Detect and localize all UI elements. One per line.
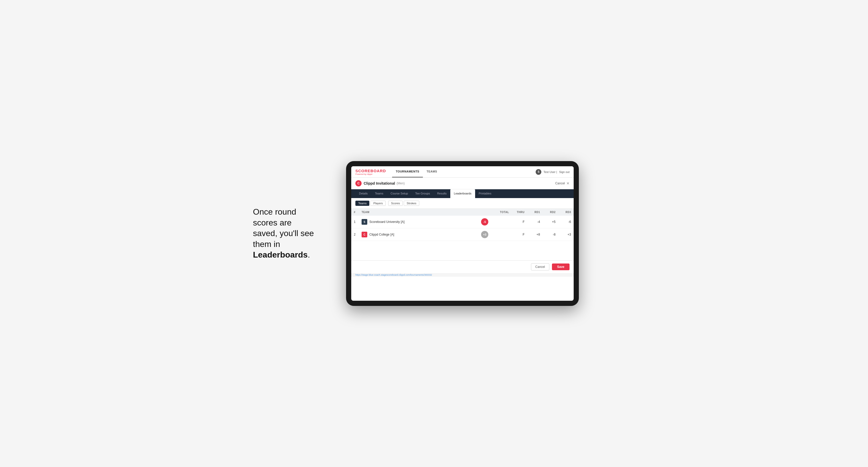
nav-tab-teams[interactable]: TEAMS [423, 166, 441, 177]
cell-team: S Scoreboard University [A] -5 [359, 216, 491, 228]
tablet-screen: SCOREBOARD Powered by clippd TOURNAMENTS… [351, 166, 574, 301]
filter-strokes-btn[interactable]: Strokes [404, 201, 419, 206]
cell-thru: F [512, 216, 527, 228]
cell-rd3: -6 [558, 216, 574, 228]
tournament-cancel[interactable]: Cancel ✕ [555, 181, 569, 185]
tab-tee-groups[interactable]: Tee Groups [411, 189, 433, 198]
cell-rd2: -8 [542, 228, 558, 241]
cell-rank: 2 [351, 228, 359, 241]
cell-rd3: +3 [558, 228, 574, 241]
cell-team: C Clippd College [A] +3 [359, 228, 491, 241]
user-avatar: S [536, 169, 541, 175]
logo: SCOREBOARD Powered by clippd [355, 168, 386, 175]
logo-text: SCOREBOARD [355, 168, 386, 173]
close-icon: ✕ [566, 181, 569, 185]
team-logo: C [362, 232, 367, 238]
cell-rd1: +8 [527, 228, 542, 241]
team-name: Clippd College [A] [369, 233, 394, 236]
tab-course-setup[interactable]: Course Setup [387, 189, 411, 198]
cell-total [491, 228, 512, 241]
filter-players-btn[interactable]: Players [370, 201, 385, 206]
tournament-header: C Clippd Invitational (Men) Cancel ✕ [351, 178, 574, 189]
save-button[interactable]: Save [552, 263, 569, 270]
tab-leaderboards[interactable]: Leaderboards [450, 189, 475, 198]
url-bar: https://stage-blue-coach.stagescoreboard… [351, 273, 574, 277]
left-description: Once round scores are saved, you'll see … [253, 207, 331, 260]
leaderboards-bold: Leaderboards [253, 250, 308, 259]
col-thru: THRU [512, 209, 527, 216]
app-footer: Cancel Save [351, 260, 574, 273]
main-nav: TOURNAMENTS TEAMS [392, 166, 441, 177]
col-team: TEAM [359, 209, 491, 216]
filter-teams-btn[interactable]: Teams [355, 201, 369, 206]
app-header: SCOREBOARD Powered by clippd TOURNAMENTS… [351, 166, 574, 178]
team-logo: S [362, 219, 367, 225]
tab-details[interactable]: Details [355, 189, 371, 198]
score-badge: +3 [481, 231, 488, 238]
table-row: 1 S Scoreboard University [A] -5 F -4 +5… [351, 216, 574, 228]
tournament-gender: (Men) [397, 182, 404, 185]
nav-tab-tournaments[interactable]: TOURNAMENTS [392, 166, 423, 177]
tab-teams[interactable]: Teams [371, 189, 387, 198]
cell-rd1: -4 [527, 216, 542, 228]
filter-scores-btn[interactable]: Scores [388, 201, 403, 206]
header-right: S Test User | Sign out [536, 169, 569, 175]
table-row: 2 C Clippd College [A] +3 F +8 -8 +3 [351, 228, 574, 241]
tournament-name: Clippd Invitational [364, 181, 395, 185]
tournament-icon: C [355, 180, 362, 186]
team-name: Scoreboard University [A] [369, 220, 404, 224]
sub-nav: Details Teams Course Setup Tee Groups Re… [351, 189, 574, 198]
tablet-device: SCOREBOARD Powered by clippd TOURNAMENTS… [346, 161, 579, 306]
cell-total [491, 216, 512, 228]
sign-out-link[interactable]: Sign out [559, 170, 569, 174]
leaderboard-content: # TEAM TOTAL THRU RD1 RD2 RD3 1 S [351, 209, 574, 260]
col-rd1: RD1 [527, 209, 542, 216]
col-total: TOTAL [491, 209, 512, 216]
tab-printables[interactable]: Printables [475, 189, 495, 198]
table-header-row: # TEAM TOTAL THRU RD1 RD2 RD3 [351, 209, 574, 216]
cancel-button[interactable]: Cancel [531, 263, 549, 271]
cell-thru: F [512, 228, 527, 241]
logo-sub: Powered by clippd [355, 173, 386, 175]
cell-rank: 1 [351, 216, 359, 228]
col-rd3: RD3 [558, 209, 574, 216]
tab-results[interactable]: Results [433, 189, 450, 198]
cell-rd2: +5 [542, 216, 558, 228]
filter-bar: Teams Players Scores Strokes [351, 198, 574, 209]
col-rank: # [351, 209, 359, 216]
col-rd2: RD2 [542, 209, 558, 216]
user-name: Test User | [544, 170, 557, 174]
leaderboard-table: # TEAM TOTAL THRU RD1 RD2 RD3 1 S [351, 209, 574, 241]
score-badge: -5 [481, 218, 488, 225]
